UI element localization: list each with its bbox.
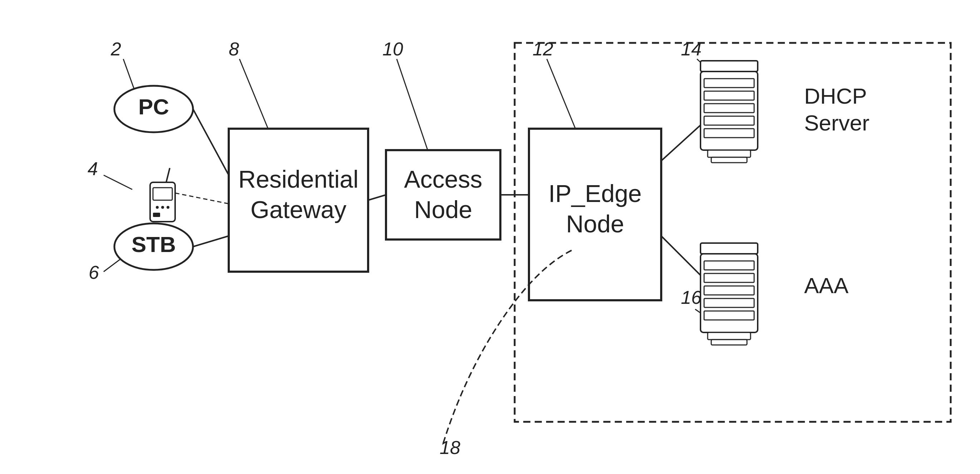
access-node-box <box>386 150 500 240</box>
diagram-container: 2 PC 4 6 STB 8 Residential Gateway 10 <box>0 0 980 474</box>
residential-gateway-label2: Gateway <box>251 196 346 223</box>
aaa-server-icon <box>700 243 758 345</box>
stb-label: STB <box>132 232 176 257</box>
dhcp-server-label2: Server <box>804 110 870 135</box>
svg-point-7 <box>156 206 159 209</box>
aaa-label: AAA <box>804 273 849 298</box>
residential-gateway-label: Residential <box>239 165 358 192</box>
ref-14: 14 <box>681 38 702 59</box>
access-node-label: Access <box>404 165 482 192</box>
ip-edge-label2: Node <box>566 210 624 237</box>
svg-rect-33 <box>700 254 758 332</box>
svg-rect-39 <box>700 243 758 254</box>
svg-rect-40 <box>708 332 751 340</box>
svg-rect-10 <box>153 213 160 217</box>
ip-edge-label: IP_Edge <box>549 180 642 207</box>
ref-8: 8 <box>229 38 239 59</box>
access-node-label2: Node <box>414 196 473 223</box>
ref-4: 4 <box>88 158 98 179</box>
svg-point-9 <box>167 206 169 209</box>
dhcp-server-label: DHCP <box>804 84 867 108</box>
pc-label: PC <box>138 94 169 119</box>
ref-2: 2 <box>110 38 121 59</box>
svg-rect-41 <box>711 340 747 345</box>
ref-10: 10 <box>382 38 403 59</box>
svg-rect-29 <box>708 150 751 157</box>
svg-rect-28 <box>700 61 758 72</box>
dhcp-server-icon <box>700 61 758 163</box>
svg-rect-30 <box>711 157 747 163</box>
ref-18: 18 <box>440 437 460 458</box>
ref-12: 12 <box>533 38 553 59</box>
ref-16: 16 <box>681 287 702 308</box>
svg-rect-22 <box>700 72 758 150</box>
ref-6: 6 <box>89 262 99 283</box>
svg-point-8 <box>161 206 164 209</box>
